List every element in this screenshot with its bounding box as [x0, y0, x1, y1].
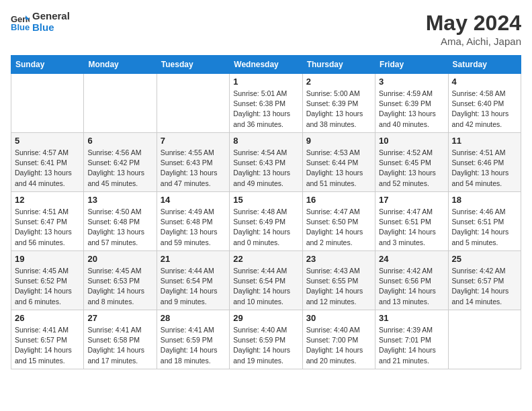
calendar-cell: 24Sunrise: 4:42 AM Sunset: 6:56 PM Dayli…: [375, 251, 448, 310]
calendar-cell: 29Sunrise: 4:40 AM Sunset: 6:59 PM Dayli…: [230, 310, 302, 369]
day-number: 2: [306, 77, 371, 87]
calendar-cell: 1Sunrise: 5:01 AM Sunset: 6:38 PM Daylig…: [230, 74, 302, 133]
day-info: Sunrise: 4:56 AM Sunset: 6:42 PM Dayligh…: [87, 148, 152, 189]
day-number: 7: [161, 136, 226, 146]
day-number: 26: [15, 313, 80, 323]
calendar-cell: 17Sunrise: 4:47 AM Sunset: 6:51 PM Dayli…: [375, 192, 448, 251]
calendar-cell: 4Sunrise: 4:58 AM Sunset: 6:40 PM Daylig…: [448, 74, 521, 133]
location: Ama, Aichi, Japan: [426, 36, 521, 47]
day-info: Sunrise: 4:41 AM Sunset: 6:57 PM Dayligh…: [15, 325, 80, 366]
calendar-cell: 23Sunrise: 4:43 AM Sunset: 6:55 PM Dayli…: [302, 251, 375, 310]
calendar-cell: 20Sunrise: 4:45 AM Sunset: 6:53 PM Dayli…: [84, 251, 157, 310]
day-header: Friday: [375, 56, 448, 74]
calendar-cell: 10Sunrise: 4:52 AM Sunset: 6:45 PM Dayli…: [375, 133, 448, 192]
calendar-header-row: SundayMondayTuesdayWednesdayThursdayFrid…: [11, 56, 521, 74]
calendar-cell: [11, 74, 84, 133]
day-info: Sunrise: 4:45 AM Sunset: 6:53 PM Dayligh…: [87, 266, 152, 307]
day-info: Sunrise: 4:59 AM Sunset: 6:39 PM Dayligh…: [379, 89, 444, 130]
day-number: 17: [379, 195, 444, 205]
calendar-cell: 26Sunrise: 4:41 AM Sunset: 6:57 PM Dayli…: [11, 310, 84, 369]
logo-line1: General: [32, 11, 70, 22]
day-header: Wednesday: [230, 56, 302, 74]
day-info: Sunrise: 4:44 AM Sunset: 6:54 PM Dayligh…: [161, 266, 226, 307]
day-number: 30: [306, 313, 371, 323]
calendar-cell: 9Sunrise: 4:53 AM Sunset: 6:44 PM Daylig…: [302, 133, 375, 192]
day-number: 9: [306, 136, 371, 146]
svg-text:Blue: Blue: [11, 22, 30, 32]
calendar-cell: 25Sunrise: 4:42 AM Sunset: 6:57 PM Dayli…: [448, 251, 521, 310]
day-info: Sunrise: 4:49 AM Sunset: 6:48 PM Dayligh…: [161, 207, 226, 248]
day-number: 25: [452, 254, 517, 264]
day-info: Sunrise: 4:52 AM Sunset: 6:45 PM Dayligh…: [379, 148, 444, 189]
day-info: Sunrise: 4:41 AM Sunset: 6:58 PM Dayligh…: [87, 325, 152, 366]
day-info: Sunrise: 4:47 AM Sunset: 6:50 PM Dayligh…: [306, 207, 371, 248]
day-header: Thursday: [302, 56, 375, 74]
day-number: 18: [452, 195, 517, 205]
calendar-week-row: 1Sunrise: 5:01 AM Sunset: 6:38 PM Daylig…: [11, 74, 521, 133]
day-info: Sunrise: 4:42 AM Sunset: 6:56 PM Dayligh…: [379, 266, 444, 307]
day-info: Sunrise: 4:58 AM Sunset: 6:40 PM Dayligh…: [452, 89, 517, 130]
calendar-cell: 14Sunrise: 4:49 AM Sunset: 6:48 PM Dayli…: [157, 192, 229, 251]
calendar-week-row: 19Sunrise: 4:45 AM Sunset: 6:52 PM Dayli…: [11, 251, 521, 310]
logo-line2: Blue: [32, 22, 70, 34]
day-info: Sunrise: 4:51 AM Sunset: 6:46 PM Dayligh…: [452, 148, 517, 189]
day-number: 24: [379, 254, 444, 264]
calendar-cell: 6Sunrise: 4:56 AM Sunset: 6:42 PM Daylig…: [84, 133, 157, 192]
month-year: May 2024: [426, 11, 521, 36]
calendar-cell: [157, 74, 229, 133]
day-number: 10: [379, 136, 444, 146]
calendar-cell: 22Sunrise: 4:44 AM Sunset: 6:54 PM Dayli…: [230, 251, 302, 310]
day-number: 16: [306, 195, 371, 205]
calendar-cell: [448, 310, 521, 369]
day-info: Sunrise: 4:51 AM Sunset: 6:47 PM Dayligh…: [15, 207, 80, 248]
calendar-cell: 2Sunrise: 5:00 AM Sunset: 6:39 PM Daylig…: [302, 74, 375, 133]
day-info: Sunrise: 4:45 AM Sunset: 6:52 PM Dayligh…: [15, 266, 80, 307]
day-number: 5: [15, 136, 80, 146]
calendar-table: SundayMondayTuesdayWednesdayThursdayFrid…: [11, 55, 521, 369]
calendar-cell: 30Sunrise: 4:40 AM Sunset: 7:00 PM Dayli…: [302, 310, 375, 369]
day-info: Sunrise: 5:01 AM Sunset: 6:38 PM Dayligh…: [233, 89, 298, 130]
day-info: Sunrise: 4:44 AM Sunset: 6:54 PM Dayligh…: [233, 266, 298, 307]
day-header: Sunday: [11, 56, 84, 74]
day-number: 8: [233, 136, 298, 146]
day-info: Sunrise: 4:50 AM Sunset: 6:48 PM Dayligh…: [87, 207, 152, 248]
day-number: 27: [87, 313, 152, 323]
day-info: Sunrise: 4:54 AM Sunset: 6:43 PM Dayligh…: [233, 148, 298, 189]
day-number: 4: [452, 77, 517, 87]
day-number: 28: [161, 313, 226, 323]
calendar-cell: 19Sunrise: 4:45 AM Sunset: 6:52 PM Dayli…: [11, 251, 84, 310]
day-number: 29: [233, 313, 298, 323]
calendar-cell: 13Sunrise: 4:50 AM Sunset: 6:48 PM Dayli…: [84, 192, 157, 251]
day-number: 15: [233, 195, 298, 205]
day-header: Tuesday: [157, 56, 229, 74]
day-number: 23: [306, 254, 371, 264]
day-info: Sunrise: 4:40 AM Sunset: 7:00 PM Dayligh…: [306, 325, 371, 366]
calendar-cell: 15Sunrise: 4:48 AM Sunset: 6:49 PM Dayli…: [230, 192, 302, 251]
calendar-cell: 7Sunrise: 4:55 AM Sunset: 6:43 PM Daylig…: [157, 133, 229, 192]
calendar-cell: 5Sunrise: 4:57 AM Sunset: 6:41 PM Daylig…: [11, 133, 84, 192]
day-info: Sunrise: 4:39 AM Sunset: 7:01 PM Dayligh…: [379, 325, 444, 366]
day-number: 20: [87, 254, 152, 264]
title-block: May 2024 Ama, Aichi, Japan: [426, 11, 521, 47]
day-header: Monday: [84, 56, 157, 74]
calendar-cell: 27Sunrise: 4:41 AM Sunset: 6:58 PM Dayli…: [84, 310, 157, 369]
calendar-week-row: 26Sunrise: 4:41 AM Sunset: 6:57 PM Dayli…: [11, 310, 521, 369]
day-number: 21: [161, 254, 226, 264]
calendar-cell: [84, 74, 157, 133]
calendar-cell: 8Sunrise: 4:54 AM Sunset: 6:43 PM Daylig…: [230, 133, 302, 192]
calendar-week-row: 5Sunrise: 4:57 AM Sunset: 6:41 PM Daylig…: [11, 133, 521, 192]
day-info: Sunrise: 4:55 AM Sunset: 6:43 PM Dayligh…: [161, 148, 226, 189]
day-number: 3: [379, 77, 444, 87]
day-info: Sunrise: 4:41 AM Sunset: 6:59 PM Dayligh…: [161, 325, 226, 366]
day-number: 22: [233, 254, 298, 264]
calendar-cell: 18Sunrise: 4:46 AM Sunset: 6:51 PM Dayli…: [448, 192, 521, 251]
calendar-cell: 31Sunrise: 4:39 AM Sunset: 7:01 PM Dayli…: [375, 310, 448, 369]
logo: General Blue General Blue: [11, 11, 70, 33]
calendar-cell: 16Sunrise: 4:47 AM Sunset: 6:50 PM Dayli…: [302, 192, 375, 251]
calendar-week-row: 12Sunrise: 4:51 AM Sunset: 6:47 PM Dayli…: [11, 192, 521, 251]
calendar-cell: 21Sunrise: 4:44 AM Sunset: 6:54 PM Dayli…: [157, 251, 229, 310]
day-info: Sunrise: 4:46 AM Sunset: 6:51 PM Dayligh…: [452, 207, 517, 248]
day-info: Sunrise: 4:48 AM Sunset: 6:49 PM Dayligh…: [233, 207, 298, 248]
day-number: 12: [15, 195, 80, 205]
day-info: Sunrise: 5:00 AM Sunset: 6:39 PM Dayligh…: [306, 89, 371, 130]
